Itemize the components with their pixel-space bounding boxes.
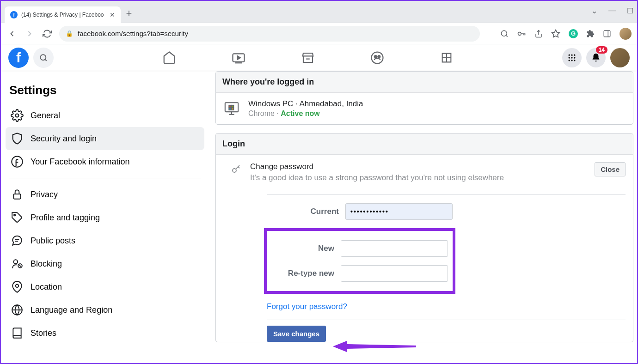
new-password-row: New	[271, 240, 448, 257]
retype-password-input[interactable]	[341, 265, 448, 282]
sidebar-item-blocking[interactable]: Blocking	[6, 252, 204, 275]
fb-circle-icon	[10, 155, 24, 169]
sidebar-item-general[interactable]: General	[6, 104, 204, 127]
sidebar-divider	[9, 178, 201, 178]
svg-point-14	[574, 54, 575, 55]
svg-point-13	[571, 54, 572, 55]
sidebar-item-public-posts[interactable]: Public posts	[6, 229, 204, 252]
globe-icon	[10, 303, 24, 317]
user-block-icon	[10, 257, 24, 271]
svg-point-20	[574, 60, 575, 61]
svg-point-22	[12, 156, 22, 167]
settings-sidebar: Settings General Security and login Your…	[1, 71, 209, 363]
browser-address-bar: 🔒 facebook.com/settings?tab=security G	[1, 23, 637, 44]
svg-marker-7	[238, 56, 240, 60]
svg-point-12	[569, 54, 570, 55]
svg-rect-3	[604, 30, 610, 37]
highlight-annotation: New Re-type new	[264, 228, 455, 294]
close-button[interactable]: Close	[595, 162, 626, 176]
svg-rect-38	[229, 108, 231, 110]
tag-icon	[10, 211, 24, 224]
sidebar-item-label: Blocking	[31, 259, 62, 269]
device-monitor-icon	[223, 100, 240, 117]
facebook-header: f 14	[1, 44, 637, 71]
share-icon[interactable]	[534, 30, 543, 38]
svg-point-27	[13, 260, 18, 264]
password-form: Current New Re-type new Forgot y	[216, 186, 633, 342]
change-password-desc: It's a good idea to use a strong passwor…	[250, 173, 586, 182]
svg-marker-2	[552, 30, 560, 37]
menu-grid-button[interactable]	[562, 48, 582, 67]
svg-rect-23	[13, 194, 20, 199]
svg-point-19	[571, 60, 572, 61]
sidebar-item-security[interactable]: Security and login	[6, 127, 204, 150]
sidebar-item-label: Public posts	[31, 236, 75, 246]
new-label: New	[271, 244, 341, 253]
session-device-text: Windows PC · Ahmedabad, India	[248, 99, 626, 109]
gear-icon	[10, 109, 24, 122]
grammarly-extension-icon[interactable]: G	[569, 29, 578, 38]
svg-point-17	[574, 57, 575, 58]
svg-rect-36	[229, 105, 231, 107]
notifications-button[interactable]: 14	[586, 48, 606, 67]
extensions-icon[interactable]	[586, 30, 595, 38]
sidebar-item-language[interactable]: Language and Region	[6, 298, 204, 322]
svg-point-1	[518, 32, 521, 35]
window-maximize-icon[interactable]: ☐	[627, 6, 633, 15]
retype-password-row: Re-type new	[271, 265, 448, 282]
sidebar-item-label: Your Facebook information	[31, 157, 129, 167]
bookmark-star-icon[interactable]	[551, 29, 560, 38]
main-content: Where you're logged in Windows PC · Ahme…	[209, 71, 637, 363]
facebook-nav	[54, 46, 562, 69]
sidebar-item-label: Stories	[31, 328, 56, 338]
side-panel-icon[interactable]	[603, 30, 611, 38]
sidebar-item-stories[interactable]: Stories	[6, 322, 204, 345]
svg-point-18	[569, 60, 570, 61]
svg-point-0	[501, 30, 507, 36]
forward-button[interactable]	[24, 28, 35, 39]
nav-groups-icon[interactable]	[366, 46, 389, 69]
new-password-input[interactable]	[341, 240, 448, 257]
sidebar-item-label: General	[31, 111, 60, 121]
nav-home-icon[interactable]	[158, 46, 181, 69]
url-field[interactable]: 🔒 facebook.com/settings?tab=security	[59, 26, 480, 42]
window-dropdown-icon[interactable]: ⌄	[591, 6, 597, 15]
facebook-search-button[interactable]	[33, 48, 54, 68]
nav-watch-icon[interactable]	[227, 46, 250, 69]
current-password-row: Current	[267, 203, 626, 220]
search-icon[interactable]	[500, 30, 509, 38]
svg-point-40	[233, 169, 236, 172]
pin-icon	[10, 280, 24, 294]
reload-button[interactable]	[42, 28, 53, 39]
sidebar-item-privacy[interactable]: Privacy	[6, 183, 204, 206]
lock-icon: 🔒	[66, 30, 73, 37]
back-button[interactable]	[6, 28, 18, 39]
sidebar-item-fb-info[interactable]: Your Facebook information	[6, 150, 204, 173]
login-header: Login	[216, 133, 633, 155]
session-row[interactable]: Windows PC · Ahmedabad, India Chrome · A…	[216, 93, 633, 124]
nav-marketplace-icon[interactable]	[296, 46, 319, 69]
sidebar-item-location[interactable]: Location	[6, 275, 204, 298]
svg-rect-39	[232, 108, 233, 110]
notification-badge: 14	[596, 46, 607, 54]
svg-point-9	[372, 52, 383, 63]
new-tab-button[interactable]: +	[126, 7, 132, 19]
sidebar-item-label: Profile and tagging	[31, 213, 100, 223]
nav-gaming-icon[interactable]	[435, 46, 458, 69]
window-minimize-icon[interactable]: —	[608, 6, 616, 15]
tab-title: (14) Settings & Privacy | Faceboo	[21, 12, 104, 18]
current-password-input[interactable]	[345, 203, 453, 220]
sidebar-item-label: Language and Region	[31, 305, 112, 315]
profile-avatar-icon[interactable]	[620, 28, 632, 40]
password-key-icon[interactable]	[517, 29, 526, 38]
close-tab-icon[interactable]: ✕	[110, 11, 115, 18]
forgot-password-link[interactable]: Forgot your password?	[267, 302, 347, 311]
sidebar-item-label: Privacy	[31, 190, 58, 200]
sidebar-item-profile-tagging[interactable]: Profile and tagging	[6, 206, 204, 229]
window-controls: ⌄ — ☐	[591, 6, 633, 15]
facebook-logo[interactable]: f	[8, 48, 29, 68]
account-avatar[interactable]	[610, 48, 630, 67]
browser-tab[interactable]: f (14) Settings & Privacy | Faceboo ✕	[5, 6, 121, 23]
save-changes-button[interactable]: Save changes	[267, 326, 326, 342]
current-label: Current	[267, 207, 345, 216]
